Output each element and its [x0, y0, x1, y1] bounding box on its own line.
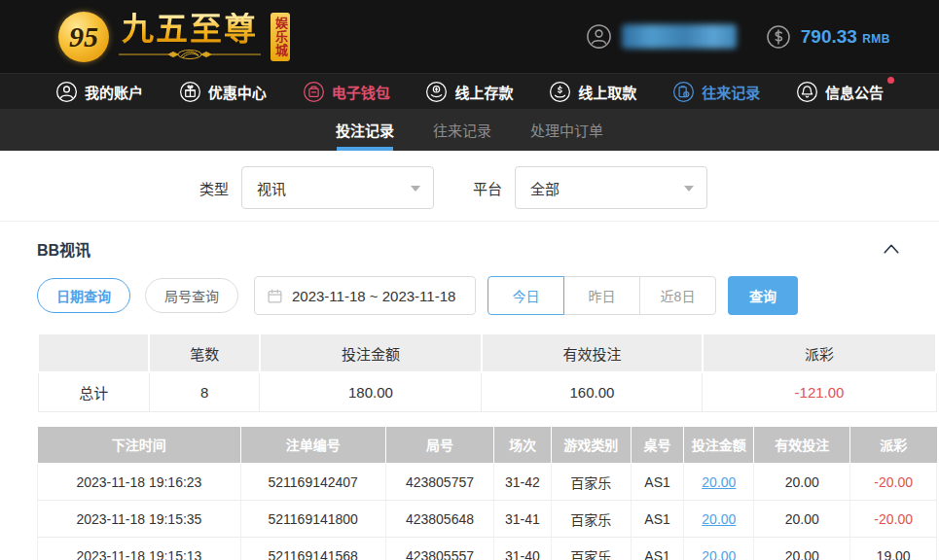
col-round-no: 局号 [385, 427, 494, 464]
tab-label: 处理中订单 [530, 120, 603, 140]
type-select[interactable]: 视讯 [241, 166, 434, 209]
cell-bet-amount: 20.00 [684, 501, 754, 538]
summary-payout: -121.00 [703, 372, 936, 411]
balance-amount: 790.33 [801, 26, 857, 47]
nav-online-deposit[interactable]: 线上存款 [425, 81, 513, 103]
col-bet-amount: 投注金额 [684, 427, 754, 464]
bet-table: 下注时间 注单编号 局号 场次 游戏类别 桌号 投注金额 有效投注 派彩 202… [37, 427, 937, 560]
summary-header-payout: 派彩 [703, 333, 936, 372]
nav-label: 我的账户 [85, 82, 143, 102]
summary-count: 8 [149, 372, 260, 411]
nav-promotions[interactable]: 优惠中心 [179, 81, 267, 103]
today-button[interactable]: 今日 [488, 276, 564, 315]
record-tabbar: 投注记录 往来记录 处理中订单 [0, 109, 939, 151]
platform-label: 平台 [473, 178, 502, 198]
section-title: BB视讯 [37, 237, 90, 261]
user-area: 790.33 RMB [586, 23, 890, 50]
date-query-button[interactable]: 日期查询 [37, 278, 130, 313]
cell-order-no: 521169141800 [240, 501, 385, 538]
table-row: 2023-11-18 19:16:23 521169142407 4238057… [38, 464, 937, 501]
nav-label: 优惠中心 [208, 82, 267, 102]
cell-table-no: AS1 [631, 464, 684, 501]
chevron-down-icon [411, 186, 420, 192]
cell-round-no: 423805757 [385, 464, 494, 501]
nav-label: 信息公告 [825, 82, 884, 102]
nav-label: 线上存款 [454, 82, 513, 102]
summary-header-bet: 投注金额 [260, 333, 482, 372]
chevron-down-icon [684, 186, 694, 192]
quick-range-group: 今日 昨日 近8日 [488, 276, 716, 315]
cell-bet-time: 2023-11-18 19:16:23 [38, 464, 241, 501]
main-nav: 我的账户 优惠中心 电子钱包 线上存款 线上取款 [0, 73, 939, 109]
brand-badge: 娱乐城 [271, 13, 290, 61]
query-row: 日期查询 局号查询 2023-11-18 ~ 2023-11-18 今日 昨日 … [0, 266, 939, 315]
type-select-value: 视讯 [257, 178, 286, 198]
platform-select-value: 全部 [530, 178, 560, 198]
page: 95 九五至尊 娱乐城 790.33 RMB [0, 0, 939, 560]
tab-transaction-records[interactable]: 往来记录 [431, 109, 493, 151]
section-head: BB视讯 [0, 222, 939, 266]
gift-icon [179, 81, 201, 103]
summary-header-empty [38, 333, 149, 372]
balance-dollar-icon [766, 24, 791, 50]
search-button[interactable]: 查询 [728, 276, 798, 315]
cell-session: 31-42 [494, 464, 551, 501]
brand-title: 九五至尊 [122, 13, 258, 46]
summary-header-row: 笔数 投注金额 有效投注 派彩 [38, 333, 936, 372]
calendar-icon [267, 288, 283, 304]
bell-icon [796, 81, 818, 103]
nav-e-wallet[interactable]: 电子钱包 [303, 81, 390, 103]
top-header: 95 九五至尊 娱乐城 790.33 RMB [0, 0, 939, 73]
nav-my-account[interactable]: 我的账户 [55, 81, 143, 103]
col-order-no: 注单编号 [240, 427, 385, 464]
nav-transaction-records[interactable]: 往来记录 [672, 81, 760, 103]
cell-round-no: 423805648 [385, 501, 494, 538]
col-session: 场次 [494, 427, 551, 464]
nav-label: 线上取款 [578, 82, 636, 102]
cell-valid-bet: 20.00 [754, 464, 850, 501]
balance-currency: RMB [862, 32, 890, 46]
cell-session: 31-40 [494, 538, 551, 560]
cell-payout: -20.00 [850, 501, 937, 538]
withdraw-icon [549, 81, 571, 103]
site-logo[interactable]: 95 九五至尊 娱乐城 [58, 12, 290, 62]
cell-bet-amount: 20.00 [684, 464, 754, 501]
cell-game-type: 百家乐 [551, 464, 631, 501]
bet-amount-link[interactable]: 20.00 [702, 474, 736, 490]
summary-total-label: 总计 [38, 372, 149, 411]
col-bet-time: 下注时间 [38, 427, 241, 464]
round-query-button[interactable]: 局号查询 [145, 278, 238, 313]
cell-session: 31-41 [494, 501, 551, 538]
nav-label: 电子钱包 [332, 82, 390, 102]
balance: 790.33 RMB [801, 26, 890, 48]
nav-online-withdraw[interactable]: 线上取款 [549, 81, 636, 103]
bet-amount-link[interactable]: 20.00 [702, 548, 736, 560]
tab-label: 往来记录 [433, 120, 491, 140]
cell-order-no: 521169141568 [240, 538, 385, 560]
collapse-section-button[interactable] [883, 242, 900, 256]
summary-table: 笔数 投注金额 有效投注 派彩 总计 8 180.00 160.00 -121.… [37, 332, 937, 412]
last-8-days-button[interactable]: 近8日 [639, 276, 716, 315]
table-row: 2023-11-18 19:15:35 521169141800 4238056… [38, 501, 937, 538]
cell-game-type: 百家乐 [551, 538, 631, 560]
col-valid-bet: 有效投注 [754, 427, 850, 464]
user-icon [55, 81, 78, 103]
cell-game-type: 百家乐 [551, 501, 631, 538]
platform-select[interactable]: 全部 [515, 166, 707, 209]
yesterday-button[interactable]: 昨日 [563, 276, 640, 315]
tab-bet-records[interactable]: 投注记录 [334, 109, 396, 151]
date-range-input[interactable]: 2023-11-18 ~ 2023-11-18 [254, 276, 476, 315]
cell-bet-amount: 20.00 [684, 538, 754, 560]
user-avatar-icon[interactable] [586, 23, 612, 50]
bet-amount-link[interactable]: 20.00 [702, 511, 736, 527]
summary-valid: 160.00 [482, 372, 703, 411]
type-label: 类型 [199, 178, 229, 198]
tab-processing-orders[interactable]: 处理中订单 [528, 109, 605, 151]
cell-order-no: 521169142407 [240, 464, 385, 501]
nav-announcements[interactable]: 信息公告 [796, 81, 884, 103]
col-game-type: 游戏类别 [551, 427, 631, 464]
wallet-icon [303, 81, 325, 103]
cell-bet-time: 2023-11-18 19:15:13 [38, 538, 241, 560]
table-row: 2023-11-18 19:15:13 521169141568 4238055… [38, 538, 937, 560]
bet-table-header-row: 下注时间 注单编号 局号 场次 游戏类别 桌号 投注金额 有效投注 派彩 [38, 427, 937, 464]
